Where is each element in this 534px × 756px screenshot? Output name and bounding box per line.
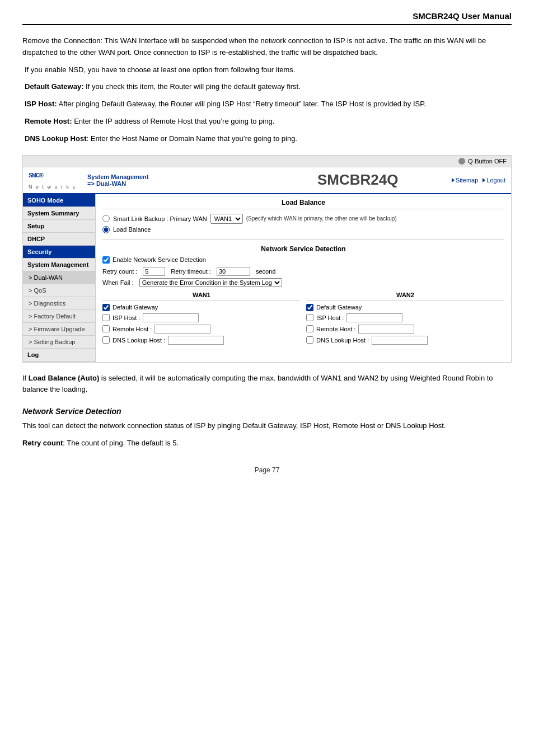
load-balance-radio[interactable] — [102, 226, 110, 233]
sidebar-item-log[interactable]: Log — [23, 349, 95, 361]
sidebar-item-setting-backup[interactable]: > Setting Backup — [23, 336, 95, 349]
wan2-remote-host-checkbox[interactable] — [306, 325, 313, 332]
retry-timeout-label: Retry timeout : — [171, 268, 211, 275]
wan2-isp-host-checkbox[interactable] — [306, 314, 313, 321]
sidebar-item-system-management[interactable]: System Management — [23, 259, 95, 271]
retry-count-row: Retry count : Retry timeout : second — [102, 267, 504, 276]
wan-columns: WAN1 Default Gateway ISP Host : R — [102, 292, 504, 347]
intro-paragraph-2: If you enable NSD, you have to choose at… — [25, 64, 512, 76]
page-footer: Page 77 — [22, 466, 512, 474]
smart-link-radio-row: Smart Link Backup : Primary WAN WAN1 WAN… — [102, 214, 504, 224]
q-button-label: Q-Button OFF — [468, 158, 507, 165]
wan1-remote-host-input[interactable] — [154, 325, 210, 334]
sidebar: SOHO Mode System Summary Setup DHCP Secu… — [23, 194, 96, 362]
nsd-section-heading: Network Service Detection — [22, 407, 512, 416]
sidebar-item-soho-mode[interactable]: SOHO Mode — [23, 194, 95, 207]
wan1-dns-lookup-row: DNS Lookup Host : — [102, 336, 301, 345]
retry-timeout-input[interactable] — [217, 267, 250, 276]
header-middle: System Management => Dual-WAN — [82, 173, 264, 187]
wan1-isp-host-input[interactable] — [143, 313, 199, 322]
enable-nsd-row: Enable Network Service Detection — [102, 256, 504, 264]
sidebar-item-diagnostics[interactable]: > Diagnostics — [23, 297, 95, 310]
smart-link-radio[interactable] — [102, 215, 110, 222]
sidebar-item-system-summary[interactable]: System Summary — [23, 207, 95, 220]
wan2-default-gw-row: Default Gateway — [306, 304, 504, 311]
bold-label-3: DNS Lookup Host — [25, 134, 87, 143]
wan1-isp-host-checkbox[interactable] — [102, 314, 110, 321]
wan1-default-gw-checkbox[interactable] — [102, 304, 110, 311]
smart-link-hint: (Specify which WAN is primary, the other… — [246, 215, 397, 222]
wan1-default-gw-row: Default Gateway — [102, 304, 301, 311]
wan1-isp-host-row: ISP Host : — [102, 313, 301, 322]
when-fail-row: When Fail : Generate the Error Condition… — [102, 278, 504, 287]
wan2-remote-host-input[interactable] — [358, 325, 414, 334]
sidebar-item-dual-wan[interactable]: > Dual-WAN — [23, 271, 95, 284]
manual-title: SMCBR24Q User Manual — [413, 11, 512, 21]
wan2-isp-host-label: ISP Host : — [316, 314, 344, 321]
bold-label-1: ISP Host: — [25, 100, 57, 108]
router-nav-links: Sitemap Logout — [452, 177, 505, 184]
enable-nsd-label: Enable Network Service Detection — [113, 256, 206, 263]
logout-label: Logout — [486, 177, 505, 184]
wan-primary-select[interactable]: WAN1 WAN2 — [210, 214, 243, 224]
sidebar-item-security[interactable]: Security — [23, 246, 95, 259]
router-model: SMCBR24Q — [270, 171, 446, 189]
wan1-remote-host-label: Remote Host : — [113, 326, 152, 332]
load-balance-radio-label: Load Balance — [113, 226, 151, 233]
wan1-dns-lookup-label: DNS Lookup Host : — [113, 337, 165, 344]
sidebar-item-qos[interactable]: > QoS — [23, 284, 95, 297]
second-label: second — [256, 268, 275, 275]
wan1-remote-host-row: Remote Host : — [102, 325, 301, 334]
sidebar-item-factory-default[interactable]: > Factory Default — [23, 310, 95, 323]
bold-text-0: If you check this item, the Router will … — [83, 82, 300, 91]
sidebar-item-dhcp[interactable]: DHCP — [23, 233, 95, 246]
wan2-isp-host-input[interactable] — [346, 313, 402, 322]
sitemap-arrow-icon — [452, 178, 455, 182]
retry-count-input[interactable] — [143, 267, 165, 276]
wan2-dns-lookup-label: DNS Lookup Host : — [316, 337, 369, 344]
load-balance-auto-bold: Load Balance (Auto) — [29, 374, 99, 382]
q-button-dot-icon — [458, 158, 465, 165]
bold-item-3: DNS Lookup Host: Enter the Host Name or … — [25, 133, 512, 145]
nsd-title: Network Service Detection — [102, 245, 504, 253]
wan1-isp-host-label: ISP Host : — [113, 314, 140, 321]
sitemap-link[interactable]: Sitemap — [452, 177, 478, 184]
wan2-default-gw-checkbox[interactable] — [306, 304, 313, 311]
smc-logo: SMC® — [29, 171, 76, 185]
bold-item-0: Default Gateway: If you check this item,… — [25, 81, 512, 93]
wan2-remote-host-label: Remote Host : — [316, 326, 355, 332]
intro-paragraph-1: Remove the Connection: This WAN Interfac… — [22, 35, 512, 59]
when-fail-label: When Fail : — [102, 279, 134, 286]
bold-label-0: Default Gateway: — [25, 82, 83, 91]
wan1-default-gw-label: Default Gateway — [113, 304, 158, 311]
router-body: SOHO Mode System Summary Setup DHCP Secu… — [23, 194, 511, 362]
wan1-remote-host-checkbox[interactable] — [102, 325, 110, 332]
post-ui-text: If Load Balance (Auto) is selected, it w… — [22, 373, 512, 396]
wan1-column: WAN1 Default Gateway ISP Host : R — [102, 292, 301, 347]
wan2-dns-lookup-row: DNS Lookup Host : — [306, 336, 504, 345]
when-fail-select[interactable]: Generate the Error Condition in the Syst… — [139, 278, 282, 287]
wan1-title: WAN1 — [102, 292, 301, 300]
enable-nsd-checkbox[interactable] — [102, 256, 110, 264]
smart-link-label: Smart Link Backup : Primary WAN — [113, 215, 207, 222]
wan2-isp-host-row: ISP Host : — [306, 313, 504, 322]
retry-count-bold: Retry count — [22, 439, 63, 447]
logo-area: SMC® N e t w o r k s — [29, 171, 76, 190]
bold-text-1: After pinging Default Gateway, the Route… — [57, 100, 426, 108]
wan2-dns-lookup-checkbox[interactable] — [306, 336, 313, 344]
sidebar-item-setup[interactable]: Setup — [23, 220, 95, 233]
load-balance-radio-row: Load Balance — [102, 226, 504, 233]
sidebar-item-firmware-upgrade[interactable]: > Firmware Upgrade — [23, 323, 95, 336]
bold-item-1: ISP Host: After pinging Default Gateway,… — [25, 98, 512, 110]
wan2-dns-lookup-input[interactable] — [372, 336, 428, 345]
page-number: Page 77 — [255, 466, 280, 474]
q-button-indicator: Q-Button OFF — [458, 158, 507, 165]
bold-text-2: Enter the IP address of Remote Host that… — [72, 117, 275, 125]
section-divider-1 — [102, 239, 504, 240]
wan1-dns-lookup-input[interactable] — [168, 336, 224, 345]
main-content-area: Load Balance Smart Link Backup : Primary… — [96, 194, 511, 362]
wan1-dns-lookup-checkbox[interactable] — [102, 336, 110, 344]
logout-link[interactable]: Logout — [483, 177, 505, 184]
retry-count-label: Retry count : — [102, 268, 137, 275]
bold-text-3: : Enter the Host Name or Domain Name tha… — [87, 134, 297, 143]
